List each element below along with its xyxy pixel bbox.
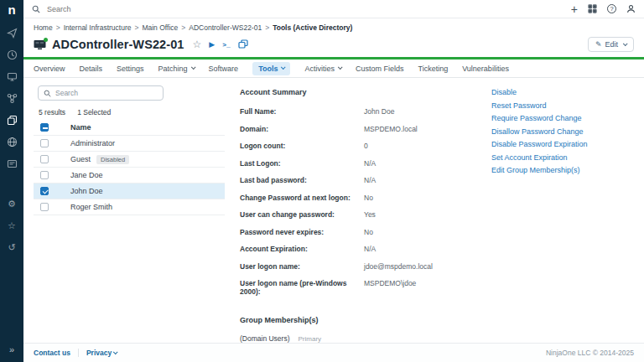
favorite-star-icon[interactable]: ☆ (193, 39, 202, 50)
remote-tools-icon[interactable] (6, 114, 18, 126)
topbar-actions: + ? (571, 4, 636, 14)
action-disable-password-expiration[interactable]: Disable Password Expiration (491, 140, 634, 148)
tab-custom-fields[interactable]: Custom Fields (356, 65, 404, 73)
action-disable[interactable]: Disable (491, 88, 634, 96)
expand-sidebar-icon[interactable]: » (6, 344, 18, 355)
chevron-down-icon (190, 65, 195, 70)
user-row-administrator[interactable]: Administrator (34, 136, 225, 152)
tab-overview[interactable]: Overview (34, 65, 65, 73)
breadcrumb-location[interactable]: Main Office (142, 23, 178, 32)
summary-field: Full Name:John Doe (240, 107, 491, 116)
terminal-icon[interactable]: >_ (222, 41, 231, 49)
breadcrumb-separator: > (134, 23, 138, 32)
user-search-input[interactable] (55, 89, 148, 97)
group-membership-section: Group Membership(s) (Domain Users) Prima… (240, 316, 491, 343)
tab-patching[interactable]: Patching (158, 65, 195, 73)
recent-history-icon[interactable]: ↺ (6, 241, 18, 253)
summary-field: User logon name:jdoe@mspdemo.local (240, 262, 491, 271)
remote-connect-icon[interactable] (238, 37, 248, 52)
breadcrumb-home[interactable]: Home (34, 23, 53, 32)
page-title: ADController-WS22-01 (52, 38, 184, 51)
chevron-down-icon (281, 65, 286, 70)
breadcrumb-org[interactable]: Internal Infrastructure (64, 23, 132, 32)
breadcrumb-device[interactable]: ADController-WS22-01 (189, 23, 262, 32)
select-all-checkbox[interactable] (40, 123, 49, 132)
user-account-icon[interactable] (626, 4, 636, 13)
row-checkbox[interactable] (40, 171, 49, 179)
devices-icon[interactable] (6, 70, 18, 82)
action-disallow-password-change[interactable]: Disallow Password Change (491, 127, 634, 136)
account-summary-panel: Account Summary Full Name:John Doe Domai… (225, 85, 491, 343)
favorites-star-icon[interactable]: ☆ (6, 220, 18, 231)
action-edit-group-memberships[interactable]: Edit Group Membership(s) (491, 166, 634, 174)
search-icon (32, 2, 40, 17)
breadcrumb-current: Tools (Active Directory) (273, 23, 352, 32)
device-quick-actions: ☆ ▶ >_ (193, 37, 248, 52)
summary-field: Last Logon:N/A (240, 159, 491, 168)
group-membership-title: Group Membership(s) (240, 316, 491, 324)
user-row-john-doe[interactable]: John Doe (34, 184, 225, 199)
selected-count: 1 Selected (77, 108, 111, 116)
results-summary: 5 results 1 Selected (39, 108, 225, 116)
add-icon[interactable]: + (571, 4, 578, 14)
user-search-box[interactable] (38, 85, 164, 101)
tab-settings[interactable]: Settings (117, 65, 144, 73)
summary-field: Change Password at next logon:No (240, 194, 491, 202)
privacy-link[interactable]: Privacy (86, 349, 117, 357)
edit-button[interactable]: ✎ Edit (588, 37, 634, 52)
chevron-down-icon (338, 65, 343, 70)
row-checkbox[interactable] (40, 187, 49, 195)
user-row-roger-smith[interactable]: Roger Smith (34, 199, 225, 215)
tab-tools[interactable]: Tools (252, 62, 290, 75)
tab-vulnerabilities[interactable]: Vulnerabilities (462, 65, 509, 73)
online-status-dot (44, 38, 48, 42)
chevron-down-icon (113, 349, 118, 354)
apps-grid-icon[interactable] (588, 4, 597, 13)
global-search-input[interactable] (47, 5, 215, 13)
group-membership-entry: (Domain Users) Primary (240, 334, 491, 343)
main-area: + ? Home> Internal Infrastructure> Main … (23, 0, 644, 362)
summary-field: Account Expiration:N/A (240, 245, 491, 253)
tab-details[interactable]: Details (80, 65, 103, 73)
summary-field: User can change password:Yes (240, 210, 491, 219)
name-column-header: Name (70, 123, 91, 132)
row-checkbox[interactable] (40, 155, 49, 163)
user-row-jane-doe[interactable]: Jane Doe (34, 168, 225, 184)
summary-field: Domain:MSPDEMO.local (240, 125, 491, 133)
run-script-icon[interactable]: ▶ (209, 40, 215, 49)
footer: Contact us Privacy NinjaOne LLC © 2014-2… (23, 343, 644, 362)
help-icon[interactable]: ? (607, 4, 616, 13)
organizations-icon[interactable] (6, 92, 18, 104)
action-require-password-change[interactable]: Require Password Change (491, 114, 634, 122)
tab-software[interactable]: Software (209, 65, 239, 73)
user-row-guest[interactable]: Guest Disabled (34, 152, 225, 168)
summary-field: Password never expires:No (240, 228, 491, 236)
search-icon (44, 90, 51, 97)
getting-started-icon[interactable] (6, 27, 18, 39)
software-globe-icon[interactable] (6, 136, 18, 147)
breadcrumb-separator: > (181, 23, 185, 32)
action-reset-password[interactable]: Reset Password (491, 101, 634, 110)
breadcrumb: Home> Internal Infrastructure> Main Offi… (23, 18, 644, 34)
pencil-icon: ✎ (595, 40, 602, 49)
account-summary-title: Account Summary (240, 88, 491, 96)
device-title-row: ADController-WS22-01 ☆ ▶ >_ ✎ Edit (23, 34, 644, 57)
tab-activities[interactable]: Activities (304, 65, 341, 73)
contact-us-link[interactable]: Contact us (34, 349, 70, 357)
row-checkbox[interactable] (40, 139, 49, 147)
chevron-down-icon (623, 41, 628, 46)
account-actions-panel: Disable Reset Password Require Password … (491, 85, 634, 343)
administration-gear-icon[interactable]: ⚙ (6, 198, 18, 209)
row-checkbox[interactable] (40, 203, 49, 211)
tab-ticketing[interactable]: Ticketing (418, 65, 449, 73)
group-primary-tag: Primary (299, 335, 322, 343)
group-name: (Domain Users) (240, 334, 290, 343)
copyright-text: NinjaOne LLC © 2014-2025 (546, 349, 634, 357)
top-bar: + ? (23, 0, 644, 18)
documentation-icon[interactable] (6, 158, 18, 169)
app-window: n ⚙ ☆ ↺ » (0, 0, 644, 362)
action-set-account-expiration[interactable]: Set Account Expiration (491, 153, 634, 162)
summary-field: Last bad password:N/A (240, 176, 491, 184)
ninjaone-logo: n (8, 3, 15, 17)
dashboard-icon[interactable] (6, 49, 18, 60)
